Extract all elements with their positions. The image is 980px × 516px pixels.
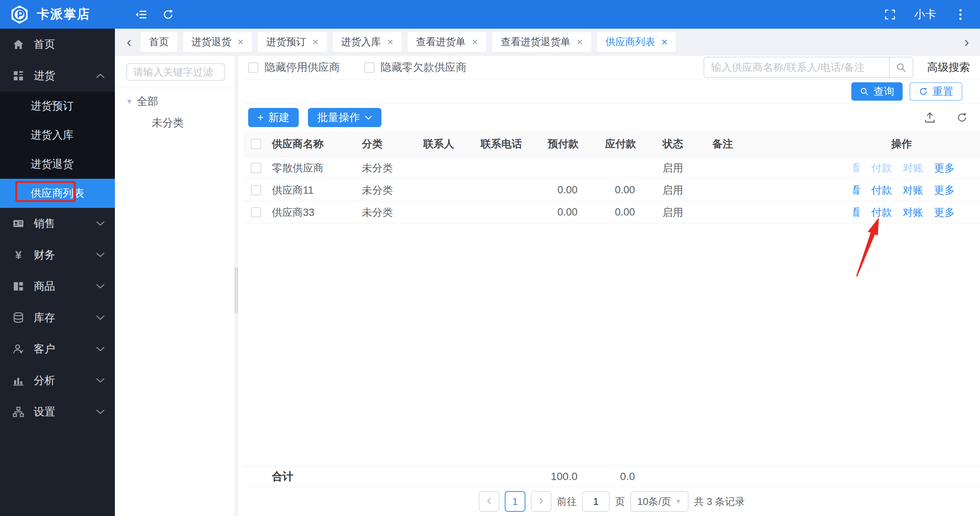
refresh-page-icon[interactable] <box>162 8 175 21</box>
col-remark: 备注 <box>708 137 854 151</box>
page-size-select[interactable]: 10条/页 ▼ <box>630 491 689 512</box>
sidebar-item-settings[interactable]: 设置 <box>0 396 115 428</box>
row-checkbox[interactable] <box>251 207 261 217</box>
splitter-handle-icon[interactable] <box>235 267 238 313</box>
action-pay-link[interactable]: 付款 <box>871 206 892 219</box>
sidebar-item-purchase-return[interactable]: 进货退货 <box>0 150 115 179</box>
batch-operation-button[interactable]: 批量操作 <box>308 108 381 127</box>
user-name[interactable]: 小卡 <box>914 7 936 22</box>
plus-icon: + <box>257 111 263 124</box>
close-icon[interactable]: × <box>387 37 393 47</box>
action-more-link[interactable]: 更多 <box>934 183 955 197</box>
tab-purchase-inbound[interactable]: 进货入库× <box>333 32 402 52</box>
sidebar-item-home[interactable]: 首页 <box>0 29 115 60</box>
tree-node-all[interactable]: ▾ 全部 <box>126 88 225 109</box>
sidebar-item-purchase-inbound[interactable]: 进货入库 <box>0 121 115 150</box>
action-view-link[interactable]: 查看 <box>854 206 861 219</box>
cell-status: 启用 <box>659 206 708 219</box>
cell-supplier-name: 供应商33 <box>268 206 358 219</box>
action-reconcile-link[interactable]: 对账 <box>903 161 923 175</box>
sidebar-item-purchase[interactable]: 进货 <box>0 60 115 91</box>
sidebar-item-customers[interactable]: 客户 <box>0 333 115 365</box>
sidebar-item-finance[interactable]: ¥ 财务 <box>0 239 115 271</box>
sidebar-item-inventory[interactable]: 库存 <box>0 302 115 333</box>
sidebar-item-label: 设置 <box>34 405 55 419</box>
topbar: 卡派掌店 小卡 <box>0 0 980 29</box>
collapse-sidebar-icon[interactable] <box>135 8 148 21</box>
refresh-table-icon[interactable] <box>955 111 969 124</box>
close-icon[interactable]: × <box>661 37 668 47</box>
export-icon[interactable] <box>923 111 936 124</box>
col-category: 分类 <box>358 137 419 151</box>
sidebar: 首页 进货 进货预订 进货入库 进货退货 供应商列表 销售 ¥ 财务 商品 <box>0 29 115 516</box>
chevron-down-icon <box>96 221 105 226</box>
tab-view-purchase-order[interactable]: 查看进货单× <box>407 32 486 52</box>
close-icon[interactable]: × <box>576 37 582 47</box>
sidebar-item-purchase-preorder[interactable]: 进货预订 <box>0 91 115 121</box>
sidebar-item-sales[interactable]: 销售 <box>0 208 115 239</box>
hide-zero-balance-checkbox[interactable]: 隐藏零欠款供应商 <box>364 60 466 75</box>
row-checkbox[interactable] <box>251 163 261 173</box>
tree-node-uncategorized[interactable]: 未分类 <box>126 109 225 130</box>
goto-label: 前往 <box>557 495 577 508</box>
checkbox-icon[interactable] <box>364 62 375 73</box>
action-view-link[interactable]: 查看 <box>854 161 861 175</box>
tabs-scroll-right-icon[interactable]: › <box>961 35 972 49</box>
reset-button[interactable]: 重置 <box>910 82 962 101</box>
sidebar-item-goods[interactable]: 商品 <box>0 271 115 302</box>
inventory-icon <box>11 311 25 325</box>
page-number-button[interactable]: 1 <box>505 491 525 512</box>
checkbox-icon[interactable] <box>248 62 258 73</box>
query-button[interactable]: 查询 <box>851 82 903 101</box>
action-reconcile-link[interactable]: 对账 <box>903 183 923 197</box>
action-more-link[interactable]: 更多 <box>934 161 955 175</box>
advanced-search-link[interactable]: 高级搜索 <box>927 60 970 75</box>
new-supplier-button[interactable]: + 新建 <box>248 108 299 127</box>
sidebar-item-supplier-list[interactable]: 供应商列表 <box>0 179 115 208</box>
sidebar-item-label: 销售 <box>34 216 55 231</box>
panel-splitter[interactable] <box>234 56 238 516</box>
purchase-submenu: 进货预订 进货入库 进货退货 供应商列表 <box>0 91 115 208</box>
action-view-link[interactable]: 查看 <box>854 183 861 197</box>
next-page-button[interactable]: › <box>531 491 551 512</box>
select-all-checkbox[interactable] <box>251 139 261 149</box>
tab-home[interactable]: 首页 <box>141 32 177 52</box>
tab-purchase-preorder[interactable]: 进货预订× <box>258 32 327 52</box>
close-icon[interactable]: × <box>237 37 244 47</box>
fullscreen-icon[interactable] <box>883 8 897 21</box>
action-reconcile-link[interactable]: 对账 <box>903 206 923 219</box>
prev-page-button[interactable]: ‹ <box>479 491 499 512</box>
sidebar-item-label: 库存 <box>34 310 55 325</box>
tab-purchase-return[interactable]: 进货退货× <box>183 32 252 52</box>
col-payable: 应付款 <box>601 137 659 151</box>
chevron-down-icon <box>96 346 105 352</box>
action-more-link[interactable]: 更多 <box>934 206 955 219</box>
summary-payable-total: 0.0 <box>601 470 659 483</box>
tree-caret-icon[interactable]: ▾ <box>127 96 131 106</box>
more-menu-icon[interactable] <box>954 8 967 21</box>
row-checkbox[interactable] <box>251 185 261 195</box>
goto-page-input[interactable] <box>582 491 610 512</box>
tab-supplier-list[interactable]: 供应商列表× <box>597 32 676 52</box>
action-pay-link[interactable]: 付款 <box>871 183 892 197</box>
sidebar-item-label: 分析 <box>34 373 55 388</box>
chevron-down-icon <box>96 284 105 289</box>
hide-disabled-checkbox[interactable]: 隐藏停用供应商 <box>248 60 340 75</box>
search-button[interactable] <box>889 57 913 77</box>
search-input[interactable] <box>704 57 889 77</box>
sidebar-item-analysis[interactable]: 分析 <box>0 365 115 396</box>
tabs-scroll-left-icon[interactable]: ‹ <box>123 35 135 49</box>
table-row: 供应商33 未分类 0.00 0.00 启用 查看 付款 对账 更多 <box>244 201 980 224</box>
tab-view-purchase-return-order[interactable]: 查看进货退货单× <box>492 32 591 52</box>
cell-payable: 0.00 <box>601 184 659 196</box>
close-icon[interactable]: × <box>472 37 478 47</box>
tree-filter-input[interactable] <box>126 63 225 81</box>
cell-supplier-name: 供应商11 <box>268 183 358 197</box>
chevron-down-icon <box>96 409 105 415</box>
action-pay-link[interactable]: 付款 <box>871 161 892 175</box>
close-icon[interactable]: × <box>312 37 318 47</box>
supplier-search <box>704 57 913 78</box>
finance-icon: ¥ <box>11 248 25 262</box>
col-supplier-name: 供应商名称 <box>268 137 358 151</box>
table-row: 供应商11 未分类 0.00 0.00 启用 查看 付款 对账 更多 <box>244 179 980 201</box>
